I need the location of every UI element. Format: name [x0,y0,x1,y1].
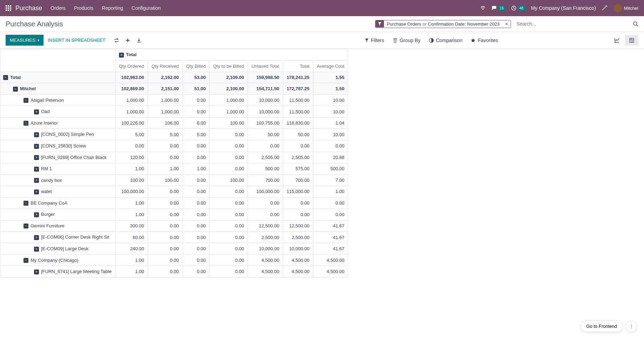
cell[interactable]: 12,500.00 [248,220,283,232]
minus-icon[interactable]: − [13,87,18,92]
filters-button[interactable]: Filters [365,38,384,43]
minus-icon[interactable]: − [24,98,28,103]
cell[interactable]: 1.00 [115,197,148,209]
col-header[interactable]: Total [283,60,313,72]
cell[interactable]: 100,226.00 [115,117,148,129]
user-menu[interactable]: Mitchel [613,4,638,12]
cell[interactable]: 10,000.00 [283,243,313,255]
cell[interactable]: 1.50 [313,83,348,95]
minus-icon[interactable]: − [24,224,28,228]
cell[interactable]: 0.00 [148,209,182,220]
cell[interactable]: 1.00 [313,186,348,198]
cell[interactable]: 20.88 [313,152,348,163]
cell[interactable]: 4,500.00 [283,266,313,278]
cell[interactable]: 0.00 [182,106,210,118]
cell[interactable]: 1,000.00 [115,106,148,118]
cell[interactable]: 2,500.00 [248,232,283,243]
cell[interactable]: 10,000.00 [248,243,283,255]
cell[interactable]: 1.04 [313,117,348,129]
cell[interactable]: 4,500.00 [248,254,283,266]
cell[interactable]: 5.00 [115,129,148,140]
plus-icon[interactable]: + [34,109,39,114]
cell[interactable]: 1.00 [115,163,148,175]
cell[interactable]: 2,505.00 [283,152,313,163]
flip-axis-icon[interactable] [114,38,119,43]
cell[interactable]: 0.00 [248,140,283,152]
group-by-button[interactable]: Group By [393,38,420,43]
wifi-icon[interactable] [480,5,486,11]
cell[interactable]: 0.00 [148,186,182,198]
row-header[interactable]: +Burger [0,209,115,220]
cell[interactable]: 1.00 [115,266,148,278]
cell[interactable]: 100.00 [210,174,248,186]
cell[interactable]: 1.00 [182,163,210,175]
cell[interactable]: 100.00 [115,174,148,186]
row-header[interactable]: +Oad [0,106,115,118]
cell[interactable]: 2,100.00 [210,83,248,95]
cell[interactable]: 2,500.00 [283,232,313,243]
expand-all-icon[interactable] [125,38,131,43]
cell[interactable]: 0.00 [182,94,210,106]
cell[interactable]: 7.00 [313,174,348,186]
row-header[interactable]: −Mitchel [0,83,115,95]
col-header[interactable]: Qty Ordered [115,60,148,72]
cell[interactable]: 0.00 [313,140,348,152]
cell[interactable]: 700.00 [283,174,313,186]
pivot-view-toggle[interactable] [625,35,638,46]
cell[interactable]: 0.00 [182,197,210,209]
nav-orders[interactable]: Orders [51,5,66,11]
cell[interactable]: 2,505.00 [248,152,283,163]
cell[interactable]: 106.00 [148,117,182,129]
cell[interactable]: 50.00 [283,129,313,140]
cell[interactable]: 0.00 [313,197,348,209]
cell[interactable]: 1,000.00 [210,106,248,118]
cell[interactable]: 1.00 [115,254,148,266]
cell[interactable]: 0.00 [182,243,210,255]
cell[interactable]: 10,000.00 [248,94,283,106]
cell[interactable]: 103,755.00 [248,117,283,129]
cell[interactable]: 11,500.00 [283,94,313,106]
row-header[interactable]: +[CONS_25630] Screw [0,140,115,152]
row-header[interactable]: −My Company (Chicago) [0,254,115,266]
cell[interactable]: 0.00 [210,266,248,278]
plus-icon[interactable]: + [34,167,39,172]
cell[interactable]: 0.00 [148,232,182,243]
cell[interactable]: 1.00 [115,209,148,220]
row-header[interactable]: +[FURN_6741] Large Meeting Table [0,266,115,278]
cell[interactable]: 0.00 [148,152,182,163]
minus-icon[interactable]: − [24,201,28,206]
cell[interactable]: 102,983.00 [115,72,148,83]
cell[interactable]: 1,000.00 [115,94,148,106]
plus-icon[interactable]: + [119,53,124,58]
row-header[interactable]: +[CONS_0002] Simple Pen [0,129,115,140]
cell[interactable]: 0.00 [148,243,182,255]
cell[interactable]: 5.00 [182,129,210,140]
apps-icon[interactable] [6,5,11,11]
cell[interactable]: 0.00 [182,174,210,186]
cell[interactable]: 240.00 [115,243,148,255]
cell[interactable]: 4,500.00 [313,254,348,266]
cell[interactable]: 0.00 [182,266,210,278]
spreadsheet-button[interactable]: INSERT IN SPREADSHEET [44,35,109,46]
cell[interactable]: 100.00 [210,117,248,129]
cell[interactable]: 118,830.00 [283,117,313,129]
plus-icon[interactable]: + [34,132,39,137]
cell[interactable]: 0.00 [182,209,210,220]
activity-icon[interactable]: 48 [511,5,525,11]
cell[interactable]: 41.67 [313,220,348,232]
col-header[interactable]: Qty Billed [182,60,210,72]
measures-button[interactable]: MEASURES [6,35,44,46]
facet-close[interactable]: ✕ [503,21,511,27]
cell[interactable]: 10.00 [313,106,348,118]
cell[interactable]: 102,869.00 [115,83,148,95]
row-header[interactable]: −Gemini Furniture [0,220,115,232]
cell[interactable]: 53.00 [182,72,210,83]
cell[interactable]: 0.00 [148,254,182,266]
plus-icon[interactable]: + [34,247,39,252]
cell[interactable]: 51.00 [182,83,210,95]
row-header[interactable]: −Total [0,72,115,83]
graph-view-toggle[interactable] [610,35,624,46]
cell[interactable]: 0.00 [313,209,348,220]
comparison-button[interactable]: Comparison [429,38,462,43]
cell[interactable]: 0.00 [283,197,313,209]
